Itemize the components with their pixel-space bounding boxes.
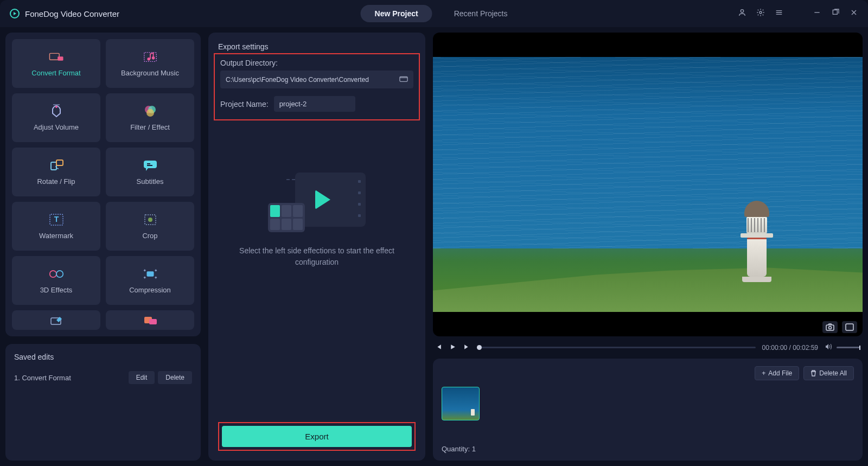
tool-convert-format[interactable]: Convert Format [12,39,100,88]
saved-edits-title: Saved edits [14,353,192,361]
images-icon [143,314,158,327]
svg-point-27 [829,327,832,329]
menu-icon[interactable] [775,8,783,19]
app-logo: FoneDog Video Converter [10,9,119,18]
app-name: FoneDog Video Converter [25,9,119,18]
saved-edit-row: 1. Convert Format Edit Delete [14,371,192,384]
tool-label: Convert Format [31,69,80,77]
volume-icon[interactable] [825,343,832,352]
volume-slider[interactable] [837,347,860,348]
progress-bar[interactable] [477,347,756,348]
preview-image [433,57,863,312]
tool-rotate-flip[interactable]: Rotate / Flip [12,148,100,196]
tool-label: Filter / Effect [130,123,170,131]
svg-rect-2 [833,10,837,14]
video-preview [433,33,863,336]
minimize-button[interactable] [813,8,821,19]
output-highlight: Output Directory: C:\Users\pc\FoneDog Vi… [214,53,420,120]
project-tabs: New Project Recent Projects [361,5,508,22]
placeholder-text: Select the left side effections to start… [218,245,416,268]
tab-recent-projects[interactable]: Recent Projects [454,9,508,18]
account-icon[interactable] [738,8,746,19]
quantity-label: Quantity: 1 [442,445,854,453]
screenshot-button[interactable] [822,321,838,333]
tool-more-1[interactable] [12,310,100,330]
svg-rect-24 [149,319,157,324]
export-button[interactable]: Export [222,426,412,447]
export-button-highlight: Export [218,422,416,451]
project-name-label: Project Name: [220,100,269,108]
filter-icon [143,105,158,118]
tool-label: Background Music [121,69,179,77]
folder-icon[interactable] [399,75,408,84]
titlebar: FoneDog Video Converter New Project Rece… [0,0,868,27]
effect-placeholder: Select the left side effections to start… [218,124,416,422]
svg-rect-13 [56,160,63,165]
svg-point-7 [151,56,155,60]
music-icon [143,50,158,63]
tool-label: Watermark [39,232,73,240]
tab-new-project[interactable]: New Project [361,5,432,22]
svg-point-1 [760,11,762,14]
watermark-icon: T [49,213,64,226]
svg-point-11 [146,109,154,117]
tool-filter-effect[interactable]: Filter / Effect [106,93,194,142]
tool-3d-effects[interactable]: 3D Effects [12,256,100,305]
tool-label: Rotate / Flip [37,177,75,186]
svg-rect-28 [846,324,853,330]
play-button[interactable] [449,343,456,352]
pencil-icon [49,314,64,327]
tool-compression[interactable]: Compression [106,256,194,305]
placeholder-graphic [268,173,366,232]
output-dir-label: Output Directory: [220,59,413,67]
3d-icon [49,267,64,280]
project-name-input[interactable] [274,96,355,112]
next-button[interactable] [463,343,470,352]
prev-button[interactable] [435,343,442,352]
svg-rect-21 [146,271,154,276]
crop-icon [143,213,158,226]
rotate-icon [49,159,64,172]
output-dir-value: C:\Users\pc\FoneDog Video Converter\Conv… [226,76,399,84]
saved-edits-panel: Saved edits 1. Convert Format Edit Delet… [5,344,201,461]
volume-icon [49,105,64,118]
output-dir-input[interactable]: C:\Users\pc\FoneDog Video Converter\Conv… [220,71,413,88]
fullscreen-button[interactable] [842,321,857,333]
tool-adjust-volume[interactable]: Adjust Volume [12,93,100,142]
tool-label: 3D Effects [40,286,73,294]
time-display: 00:00:00 / 00:02:59 [762,344,818,352]
svg-rect-26 [826,325,834,330]
close-button[interactable] [850,8,858,19]
player-controls: 00:00:00 / 00:02:59 [433,343,863,352]
tool-subtitles[interactable]: Subtitles [106,148,194,196]
svg-point-20 [56,270,63,277]
svg-point-18 [148,218,152,222]
svg-text:T: T [54,215,59,224]
lighthouse-graphic [743,201,770,282]
tool-crop[interactable]: Crop [106,202,194,251]
subtitle-icon [143,159,158,172]
files-panel: +Add File Delete All Quantity: 1 [433,359,863,461]
svg-point-19 [49,270,56,277]
add-file-button[interactable]: +Add File [755,366,799,380]
tool-more-2[interactable] [106,310,194,330]
tools-panel: Convert Format Background Music Adjust V… [5,33,201,336]
tool-background-music[interactable]: Background Music [106,39,194,88]
compress-icon [143,267,158,280]
tool-label: Adjust Volume [34,123,79,131]
edit-button[interactable]: Edit [129,371,155,384]
file-thumbnail[interactable] [442,387,480,420]
settings-icon[interactable] [756,8,765,19]
export-settings-title: Export settings [218,42,416,51]
export-settings-panel: Export settings Output Directory: C:\Use… [208,33,425,461]
tool-watermark[interactable]: T Watermark [12,202,100,251]
svg-point-8 [55,106,58,108]
saved-edit-name: 1. Convert Format [14,374,125,382]
maximize-button[interactable] [831,8,840,19]
logo-icon [10,9,20,18]
tool-label: Compression [129,286,171,294]
tool-label: Crop [142,232,157,240]
convert-icon [49,50,64,63]
delete-all-button[interactable]: Delete All [803,366,854,380]
delete-button[interactable]: Delete [158,371,192,384]
